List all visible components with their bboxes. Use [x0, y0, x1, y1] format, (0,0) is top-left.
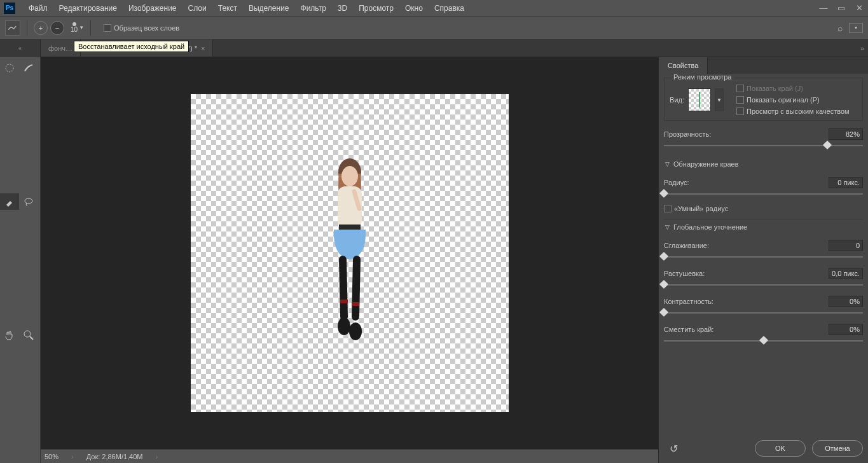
close-button[interactable]: ✕ — [850, 2, 868, 15]
svg-rect-11 — [352, 302, 359, 306]
radius-slider[interactable] — [664, 190, 863, 198]
opacity-slider[interactable] — [664, 141, 863, 150]
refine-edge-brush-tool[interactable] — [19, 60, 38, 76]
tools-collapse-toggle[interactable]: « — [0, 39, 41, 57]
svg-point-5 — [341, 166, 358, 186]
ps-logo: Ps — [4, 3, 15, 14]
lasso-tool[interactable] — [19, 193, 38, 210]
edge-detection-header[interactable]: ▽Обнаружение краев — [664, 156, 863, 172]
chevron-down-icon: ▽ — [665, 224, 670, 230]
view-mode-group: Режим просмотра Вид: ▼ Показать край (J)… — [664, 78, 863, 121]
view-dropdown[interactable]: ▼ — [715, 88, 724, 111]
svg-rect-7 — [339, 225, 361, 230]
status-chevron-icon[interactable]: › — [156, 453, 158, 460]
sample-all-layers-label: Образец всех слоев — [114, 24, 179, 32]
dialog-buttons: ↺ OK Отмена — [659, 434, 868, 463]
svg-line-3 — [30, 336, 33, 340]
shift-edge-value[interactable]: 0% — [829, 324, 863, 335]
feather-label: Растушевка: — [664, 270, 829, 277]
cancel-button[interactable]: Отмена — [812, 440, 863, 457]
checkbox-icon — [104, 24, 111, 32]
view-thumbnail[interactable] — [688, 88, 711, 111]
menu-image[interactable]: Изображение — [123, 4, 183, 13]
radius-label: Радиус: — [664, 179, 829, 186]
menu-layer[interactable]: Слои — [183, 4, 212, 13]
smart-radius-label: «Умный» радиус — [674, 205, 728, 212]
panel-tabs: Свойства — [659, 57, 868, 74]
divider — [90, 20, 91, 36]
status-bar: 50% › Док: 2,86M/1,40M › — [41, 449, 658, 463]
contrast-value[interactable]: 0% — [829, 296, 863, 307]
menu-help[interactable]: Справка — [429, 4, 470, 13]
view-mode-title: Режим просмотра — [671, 74, 734, 81]
show-original-checkbox[interactable]: Показать оригинал (P) — [736, 96, 850, 104]
smooth-value[interactable]: 0 — [829, 240, 863, 251]
menu-filter[interactable]: Фильтр — [295, 4, 332, 13]
tool-preset-picker[interactable] — [5, 20, 20, 36]
svg-point-8 — [338, 317, 350, 335]
tooltip: Восстанавливает исходный край — [74, 41, 189, 52]
svg-point-9 — [349, 322, 362, 340]
show-edge-label: Показать край (J) — [747, 85, 803, 92]
contrast-label: Контрастность: — [664, 298, 829, 305]
svg-rect-10 — [340, 300, 348, 303]
menubar: Ps Файл Редактирование Изображение Слои … — [0, 0, 868, 17]
subtract-mode-button[interactable]: − — [50, 21, 64, 35]
zoom-tool[interactable] — [19, 327, 38, 343]
menu-edit[interactable]: Редактирование — [53, 4, 123, 13]
canvas[interactable] — [41, 57, 658, 449]
svg-point-1 — [25, 198, 32, 204]
quick-select-tool[interactable] — [0, 60, 19, 76]
chevron-down-icon: ▽ — [665, 161, 670, 167]
options-bar: + − 10 ▼ Образец всех слоев ⌕ ▾ — [0, 17, 868, 39]
maximize-button[interactable]: ▭ — [832, 2, 850, 15]
doc-tab-label: фонч… — [48, 45, 72, 52]
hq-preview-checkbox[interactable]: Просмотр с высоким качеством — [736, 107, 850, 115]
brush-size-value: 10 — [71, 26, 78, 33]
menu-3d[interactable]: 3D — [332, 4, 353, 13]
transparent-canvas — [191, 94, 509, 412]
close-tab-icon[interactable]: × — [201, 45, 205, 52]
shift-edge-slider[interactable] — [664, 336, 863, 345]
zoom-level[interactable]: 50% — [45, 453, 59, 460]
feather-value[interactable]: 0,0 пикс. — [829, 268, 863, 279]
panel-expand-icon[interactable]: » — [857, 39, 868, 57]
sample-all-layers-checkbox[interactable]: Образец всех слоев — [104, 24, 179, 32]
minimize-button[interactable]: — — [815, 2, 832, 15]
ok-button[interactable]: OK — [755, 440, 806, 457]
svg-point-0 — [6, 64, 13, 72]
chevron-down-icon[interactable]: ▼ — [79, 25, 84, 31]
hq-preview-label: Просмотр с высоким качеством — [747, 107, 850, 115]
reset-button[interactable]: ↺ — [664, 441, 683, 456]
menu-type[interactable]: Текст — [212, 4, 243, 13]
search-icon[interactable]: ⌕ — [837, 23, 843, 33]
smooth-slider[interactable] — [664, 252, 863, 261]
hand-tool[interactable] — [0, 327, 19, 343]
smooth-label: Сглаживание: — [664, 242, 829, 249]
brush-tool[interactable] — [0, 193, 19, 210]
subject-silhouette — [315, 155, 385, 352]
brush-size-picker[interactable]: 10 — [71, 22, 78, 33]
tab-properties[interactable]: Свойства — [659, 57, 708, 74]
smart-radius-checkbox[interactable]: «Умный» радиус — [664, 205, 863, 212]
feather-slider[interactable] — [664, 280, 863, 289]
menu-file[interactable]: Файл — [23, 4, 53, 13]
menu-view[interactable]: Просмотр — [353, 4, 399, 13]
divider — [27, 20, 27, 36]
view-label: Вид: — [670, 96, 684, 104]
menu-select[interactable]: Выделение — [243, 4, 295, 13]
radius-value[interactable]: 0 пикс. — [829, 177, 863, 188]
workspace-switcher[interactable]: ▾ — [849, 23, 863, 33]
doc-size-info[interactable]: Док: 2,86M/1,40M — [86, 453, 143, 460]
global-refine-header[interactable]: ▽Глобальное уточнение — [664, 219, 863, 235]
window-controls: — ▭ ✕ — [815, 2, 868, 15]
contrast-slider[interactable] — [664, 308, 863, 317]
refine-tools-panel — [0, 57, 41, 463]
add-mode-button[interactable]: + — [34, 21, 48, 35]
svg-point-2 — [24, 331, 31, 337]
opacity-value[interactable]: 82% — [829, 128, 863, 140]
menu-window[interactable]: Окно — [399, 4, 429, 13]
show-original-label: Показать оригинал (P) — [747, 96, 820, 104]
status-chevron-icon[interactable]: › — [71, 453, 74, 460]
show-edge-checkbox[interactable]: Показать край (J) — [736, 85, 850, 92]
